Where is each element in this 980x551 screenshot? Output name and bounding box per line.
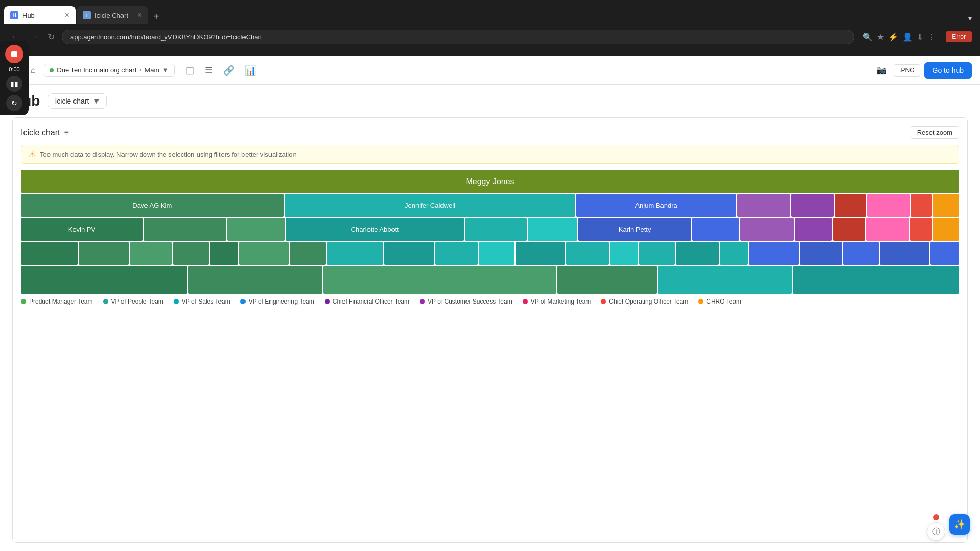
- icicle-jennifer-sub-d[interactable]: [528, 218, 577, 241]
- l4-blue-1[interactable]: [749, 242, 798, 265]
- recording-pause-button[interactable]: ▮▮: [6, 76, 22, 92]
- l5-5[interactable]: [658, 266, 791, 294]
- l5-6[interactable]: [793, 266, 959, 294]
- icicle-other-node-6[interactable]: [933, 194, 959, 217]
- new-tab-button[interactable]: +: [149, 9, 163, 24]
- error-button[interactable]: Error: [946, 31, 972, 42]
- l4-teal-1[interactable]: [327, 242, 383, 265]
- l4-green-7[interactable]: [290, 242, 326, 265]
- l4-green-6[interactable]: [239, 242, 289, 265]
- tab-hub-close[interactable]: ×: [65, 11, 69, 19]
- l4-teal-7[interactable]: [610, 242, 639, 265]
- legend-item-1: VP of People Team: [103, 298, 163, 305]
- url-bar[interactable]: app.agentnoon.com/hub/board_yVDKBYhDKO9?…: [62, 30, 854, 44]
- l5-3[interactable]: [323, 266, 556, 294]
- l4-teal-4[interactable]: [479, 242, 514, 265]
- tab-hub[interactable]: H Hub ×: [4, 6, 76, 24]
- share-icon-btn[interactable]: 🔗: [220, 63, 237, 78]
- l3-other-6[interactable]: [933, 218, 959, 241]
- l3-other-3[interactable]: [833, 218, 865, 241]
- icicle-dave-sub-1[interactable]: [144, 218, 226, 241]
- icicle-node-karin[interactable]: Karin Petty: [578, 218, 691, 241]
- l4-teal-3[interactable]: [435, 242, 478, 265]
- icicle-dave-sub-nodes: [144, 218, 285, 241]
- l4-teal-5[interactable]: [516, 242, 565, 265]
- forward-button[interactable]: →: [27, 30, 41, 43]
- list-icon-btn[interactable]: ☰: [202, 63, 216, 78]
- reset-zoom-button[interactable]: Reset zoom: [911, 126, 959, 139]
- ai-sparkle-button[interactable]: ✨: [949, 514, 970, 535]
- karin-label: Karin Petty: [619, 226, 651, 233]
- filter-icon[interactable]: ≡: [64, 128, 68, 137]
- l4-blue-2[interactable]: [800, 242, 843, 265]
- icicle-other-node-5[interactable]: [911, 194, 932, 217]
- info-button[interactable]: ⓘ: [927, 522, 945, 541]
- icicle-node-kevin[interactable]: Kevin PV: [21, 218, 143, 241]
- icicle-other-nodes: [737, 194, 959, 217]
- breadcrumb-dropdown-icon[interactable]: ▼: [162, 66, 169, 74]
- l4-blue-5[interactable]: [930, 242, 959, 265]
- icicle-node-jennifer[interactable]: Jennifer Caldwell: [285, 194, 576, 217]
- icicle-other-node-1[interactable]: [737, 194, 790, 217]
- l5-2[interactable]: [188, 266, 322, 294]
- bookmark-icon[interactable]: ★: [877, 32, 884, 42]
- icicle-favicon: I: [83, 11, 91, 19]
- icicle-node-anjum[interactable]: Anjum Bandra: [576, 194, 736, 217]
- l4-blue-3[interactable]: [843, 242, 879, 265]
- stats-icon-btn[interactable]: 📊: [241, 63, 259, 78]
- icicle-dave-sub-2[interactable]: [227, 218, 285, 241]
- icicle-root-node[interactable]: Meggy Jones: [21, 170, 959, 193]
- l4-teal-10[interactable]: [720, 242, 748, 265]
- icicle-other-node-3[interactable]: [835, 194, 866, 217]
- menu-icon[interactable]: ⋮: [927, 32, 936, 42]
- icicle-anjum-sub-c[interactable]: [692, 218, 739, 241]
- home-button[interactable]: ⌂: [29, 64, 38, 77]
- extensions-icon[interactable]: ⚡: [888, 32, 898, 42]
- l4-green-1[interactable]: [21, 242, 78, 265]
- l5-4[interactable]: [557, 266, 657, 294]
- l3-other-1[interactable]: [740, 218, 794, 241]
- icicle-other-node-2[interactable]: [791, 194, 834, 217]
- l4-teal-6[interactable]: [566, 242, 609, 265]
- breadcrumb-separator: •: [139, 67, 141, 74]
- search-icon[interactable]: 🔍: [863, 32, 873, 42]
- icicle-jennifer-sub-nodes: [465, 218, 578, 241]
- l5-1[interactable]: [21, 266, 187, 294]
- go-to-hub-button[interactable]: Go to hub: [924, 62, 972, 79]
- breadcrumb[interactable]: One Ten Inc main org chart • Main ▼: [44, 64, 175, 77]
- recording-stop-button[interactable]: [5, 45, 23, 63]
- jennifer-label: Jennifer Caldwell: [405, 202, 455, 209]
- l4-teal-8[interactable]: [639, 242, 675, 265]
- legend-dot-1: [103, 299, 108, 304]
- legend-item-7: Chief Operating Officer Team: [601, 298, 688, 305]
- icicle-other-node-4[interactable]: [867, 194, 910, 217]
- tab-dropdown[interactable]: ▾: [964, 12, 976, 24]
- camera-icon-btn[interactable]: 📷: [873, 63, 890, 77]
- recording-reset-button[interactable]: ↻: [6, 95, 22, 111]
- refresh-button[interactable]: ↻: [45, 30, 58, 44]
- icicle-jennifer-sub-c[interactable]: [465, 218, 527, 241]
- l4-teal-2[interactable]: [384, 242, 434, 265]
- tab-icicle[interactable]: I Icicle Chart ×: [77, 6, 148, 24]
- l4-blue-4[interactable]: [880, 242, 929, 265]
- l4-green-4[interactable]: [173, 242, 209, 265]
- png-export-button[interactable]: .PNG: [894, 64, 920, 77]
- l4-green-3[interactable]: [130, 242, 173, 265]
- l3-other-2[interactable]: [795, 218, 832, 241]
- tab-icicle-close[interactable]: ×: [137, 11, 142, 19]
- icicle-node-dave[interactable]: Dave AG Kim: [21, 194, 284, 217]
- l4-green-5[interactable]: [210, 242, 238, 265]
- profile-icon[interactable]: 👤: [902, 32, 913, 42]
- tab-bar: H Hub × I Icicle Chart × + ▾: [0, 0, 980, 24]
- l4-teal-9[interactable]: [676, 242, 719, 265]
- icicle-node-charlotte[interactable]: Charlotte Abbott: [286, 218, 464, 241]
- icicle-level-5: [21, 266, 959, 294]
- icicle-level-3: Kevin PV Charlotte Abbott Karin Pett: [21, 218, 959, 241]
- chart-type-selector[interactable]: Icicle chart ▼: [48, 93, 107, 109]
- l4-green-2[interactable]: [79, 242, 128, 265]
- app-toolbar: ⌂ One Ten Inc main org chart • Main ▼ ◫ …: [0, 56, 980, 85]
- download-icon[interactable]: ⇓: [917, 32, 923, 42]
- chart-icon-btn[interactable]: ◫: [183, 63, 198, 78]
- l3-other-4[interactable]: [866, 218, 909, 241]
- l3-other-5[interactable]: [910, 218, 932, 241]
